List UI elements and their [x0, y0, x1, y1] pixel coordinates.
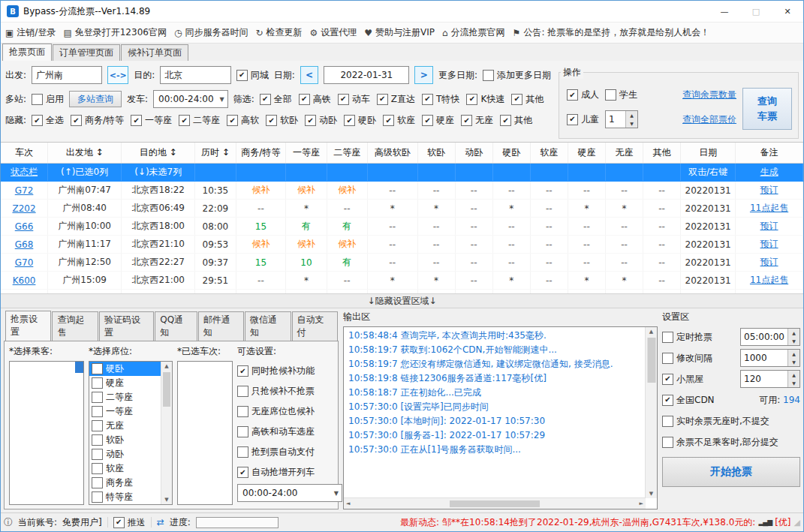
toolbar-item-vip[interactable]: ♥赞助与注册VIP	[364, 26, 435, 39]
cell-link[interactable]: G66	[1, 218, 48, 236]
passenger-list[interactable]	[9, 361, 84, 505]
cdn-checkbox[interactable]: ✔全国CDN	[662, 394, 715, 407]
seat-item-9[interactable]: 特等座	[89, 490, 161, 504]
scroll-up-icon[interactable]: ▲	[649, 329, 653, 335]
seat-checkbox[interactable]	[92, 491, 103, 503]
table-row[interactable]: G66广州南10:00北京西18:0008:0015有有------------…	[1, 218, 803, 236]
settings-tab-1[interactable]: 查询起售	[52, 311, 98, 341]
output-vscroll-thumb[interactable]	[647, 338, 655, 383]
timed-grab-checkbox[interactable]: 定时抢票	[662, 331, 712, 344]
spin-down-icon[interactable]: ▼	[788, 379, 799, 387]
seat-checkbox[interactable]	[92, 449, 103, 460]
interval-spinner[interactable]: 1000 ▲▼	[740, 349, 800, 367]
toolbar-item-proxy[interactable]: ⚙设置代理	[309, 26, 357, 39]
toolbar-item-sync-time[interactable]: ◷同步服务器时间	[174, 26, 248, 39]
column-header-4[interactable]: 商务/特等	[236, 143, 286, 164]
query-tickets-button[interactable]: 查询 车票	[742, 88, 792, 130]
scroll-down-icon[interactable]: ▼	[649, 491, 653, 497]
seat-item-8[interactable]: 商务座	[89, 476, 161, 490]
seat-item-2[interactable]: 二等座	[89, 390, 161, 404]
from-input[interactable]: 广州南	[32, 66, 102, 84]
column-header-8[interactable]: 软卧	[417, 143, 455, 164]
column-header-14[interactable]: 其他	[643, 143, 681, 164]
column-header-1[interactable]: 出发地 ↕	[48, 143, 122, 164]
table-row[interactable]: G72广州南07:47北京西18:2210:35候补候补候补----------…	[1, 182, 803, 200]
output-vscrollbar[interactable]: ▲ ▼	[645, 327, 657, 498]
seat-checkbox[interactable]	[92, 377, 103, 389]
add-more-dates-checkbox[interactable]: 添加更多日期	[483, 69, 551, 82]
spin-down-icon[interactable]: ▼	[788, 358, 799, 366]
close-button[interactable]: ✕	[772, 1, 803, 22]
table-row[interactable]: G70广州南12:50北京西22:2709:371510有-----------…	[1, 254, 803, 272]
hide-column-yingwo[interactable]: ✔硬卧	[344, 114, 376, 127]
passenger-scroll-thumb[interactable]	[75, 362, 83, 373]
spin-up-icon[interactable]: ▲	[788, 350, 799, 358]
adult-checkbox[interactable]: ✔成人	[567, 89, 599, 101]
seat-item-4[interactable]: 无座	[89, 419, 161, 433]
spin-up-icon[interactable]: ▲	[626, 111, 637, 119]
toolbar-item-open-12306[interactable]: ▤免登录打开12306官网	[63, 26, 167, 39]
spin-up-icon[interactable]: ▲	[788, 371, 799, 379]
train-type-filter-t-tekuai[interactable]: ✔T特快	[422, 93, 459, 106]
cell-link[interactable]: 生成	[736, 164, 803, 182]
column-header-13[interactable]: 无座	[605, 143, 643, 164]
settings-tab-5[interactable]: 微信通知	[245, 311, 291, 341]
train-type-filter-k-kuaisu[interactable]: ✔K快速	[466, 93, 504, 106]
seat-item-0[interactable]: 硬卧	[89, 362, 161, 376]
seat-checkbox[interactable]	[92, 434, 103, 446]
push-checkbox[interactable]: ✔推送	[113, 516, 146, 529]
to-input[interactable]: 北京	[160, 66, 230, 84]
timed-grab-spinner[interactable]: 05:00:00 ▲▼	[740, 328, 800, 346]
cell-link[interactable]: 预订	[736, 182, 803, 200]
main-tab-1[interactable]: 订单管理页面	[53, 44, 120, 61]
table-row[interactable]: 状态栏(↑)已选0列(↓)未选7列双击/右键生成	[1, 164, 803, 182]
seat-item-5[interactable]: 软卧	[89, 433, 161, 447]
table-row[interactable]: G68广州南11:17北京西21:1009:53候补候补候补----------…	[1, 236, 803, 254]
seat-checkbox[interactable]	[92, 363, 103, 374]
optional-setting-auto-pay[interactable]: 抢到票自动支付	[237, 442, 333, 462]
query-price-link[interactable]: 查询全部票价	[682, 113, 736, 126]
child-count-spinner[interactable]: 1 ▲▼	[605, 110, 638, 128]
column-header-6[interactable]: 二等座	[327, 143, 367, 164]
cell-link[interactable]: 预订	[736, 236, 803, 254]
settings-tab-2[interactable]: 验证码设置	[99, 311, 154, 341]
hide-column-second-class[interactable]: ✔二等座	[179, 114, 220, 127]
swap-stations-button[interactable]: <->	[107, 66, 128, 84]
hide-column-other[interactable]: ✔其他	[500, 114, 532, 127]
query-remaining-link[interactable]: 查询余票数量	[682, 89, 736, 101]
optional-setting-auto-extra-train[interactable]: ✔自动抢增开列车	[237, 462, 333, 482]
seat-scrollbar[interactable]: ▲ ▼	[161, 362, 172, 504]
output-hscrollbar[interactable]: ◄ ►	[344, 497, 646, 509]
next-date-button[interactable]: >	[414, 66, 433, 84]
no-seat-no-submit-checkbox[interactable]: 实时余票无座时,不提交	[662, 415, 769, 428]
hide-column-yingzuo[interactable]: ✔硬座	[422, 114, 454, 127]
cell-link[interactable]: G70	[1, 254, 48, 272]
column-header-0[interactable]: 车次	[1, 143, 48, 164]
seat-item-3[interactable]: 一等座	[89, 404, 161, 419]
scroll-right-icon[interactable]: ►	[640, 500, 643, 506]
resize-grip[interactable]: ◢	[794, 518, 800, 527]
main-tab-0[interactable]: 抢票页面	[2, 44, 52, 61]
train-type-filter-other[interactable]: ✔其他	[511, 93, 544, 106]
spin-up-icon[interactable]: ▲	[788, 329, 799, 337]
toolbar-item-official-site[interactable]: ⌂分流抢票官网	[442, 26, 505, 39]
train-type-filter-gaotie[interactable]: ✔高铁	[299, 93, 331, 106]
grab-time-range-select[interactable]: 00:00-24:00 ▼	[237, 484, 342, 502]
hidden-settings-divider[interactable]: ↓隐藏设置区域↓	[1, 293, 803, 308]
column-header-15[interactable]: 日期	[681, 143, 736, 164]
settings-tab-3[interactable]: QQ通知	[155, 311, 197, 341]
seat-checkbox[interactable]	[92, 477, 103, 488]
seat-item-1[interactable]: 硬座	[89, 376, 161, 390]
hide-column-business[interactable]: ✔商务/特等	[71, 114, 124, 127]
child-checkbox[interactable]: ✔儿童	[567, 113, 599, 126]
column-header-11[interactable]: 软座	[530, 143, 568, 164]
blackroom-checkbox[interactable]: ✔小黑屋	[662, 373, 703, 386]
depart-time-select[interactable]: 00:00-24:00 ▼	[153, 90, 228, 108]
cell-link[interactable]: 预订	[736, 254, 803, 272]
enable-multi-checkbox[interactable]: 启用	[32, 93, 64, 106]
table-row[interactable]: K600广州15:09北京西21:0029:51--*--**--*--**--…	[1, 272, 803, 290]
column-header-5[interactable]: 一等座	[286, 143, 327, 164]
modify-interval-checkbox[interactable]: 修改间隔	[662, 352, 712, 365]
column-header-3[interactable]: 历时 ↕	[195, 143, 236, 164]
column-header-16[interactable]: 备注	[736, 143, 803, 164]
